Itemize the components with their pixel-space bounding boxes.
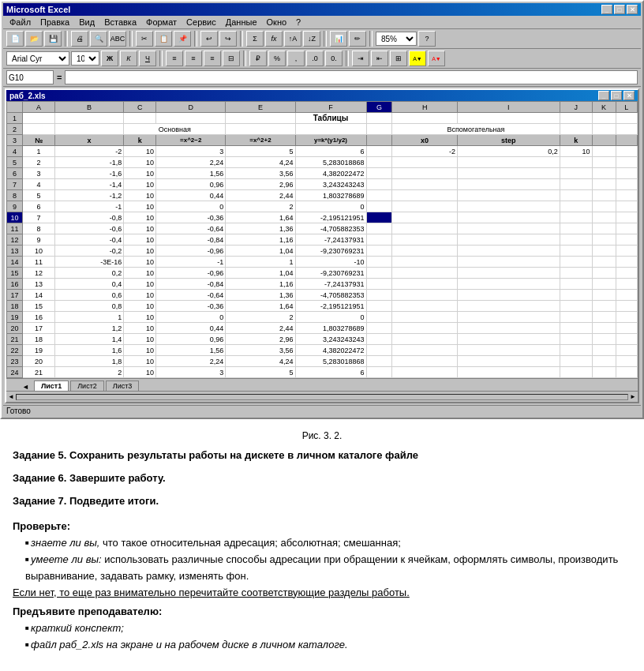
cell-d8[interactable]: 0,44: [156, 190, 226, 201]
cell-k7[interactable]: [592, 179, 616, 190]
cell-a1[interactable]: [23, 113, 55, 124]
cell-g18[interactable]: [366, 301, 392, 312]
increase-decimal-button[interactable]: .0: [306, 51, 324, 66]
cell-h6[interactable]: [392, 168, 458, 179]
cell-c19[interactable]: 10: [124, 312, 156, 323]
cell-a18[interactable]: 15: [23, 301, 55, 312]
decrease-decimal-button[interactable]: 0.: [325, 51, 343, 66]
cell-e8[interactable]: 2,44: [226, 190, 295, 201]
cell-b11[interactable]: -0,6: [54, 223, 123, 234]
cell-c24[interactable]: 10: [124, 367, 156, 378]
cell-e24[interactable]: 5: [226, 367, 295, 378]
autosum-button[interactable]: Σ: [246, 31, 264, 47]
cell-d16[interactable]: -0,84: [156, 279, 226, 290]
cell-a9[interactable]: 6: [23, 201, 55, 212]
paste-button[interactable]: 📌: [174, 31, 191, 47]
cell-e18[interactable]: 1,64: [226, 301, 295, 312]
cell-g15[interactable]: [366, 268, 392, 279]
cell-k19[interactable]: [592, 312, 616, 323]
cell-d15[interactable]: -0,96: [156, 268, 226, 279]
cell-j5[interactable]: [560, 157, 592, 168]
cell-l3[interactable]: [616, 135, 637, 146]
cell-d4[interactable]: 3: [156, 146, 226, 157]
cell-f9[interactable]: 0: [295, 201, 366, 212]
cell-i15[interactable]: [458, 268, 560, 279]
sheet-nav-prev[interactable]: ◄: [22, 383, 29, 391]
cell-g2[interactable]: [366, 124, 392, 135]
cell-f17[interactable]: -4,705882353: [295, 290, 366, 301]
sheet-tab-1[interactable]: Лист1: [34, 380, 69, 391]
cell-l24[interactable]: [616, 367, 637, 378]
cell-i3[interactable]: step: [458, 135, 560, 146]
cell-l14[interactable]: [616, 257, 637, 268]
help-btn[interactable]: ?: [418, 31, 436, 47]
cell-e10[interactable]: 1,64: [226, 212, 295, 223]
cell-c1[interactable]: [124, 113, 156, 124]
scroll-left[interactable]: ◄: [8, 393, 14, 400]
cell-k13[interactable]: [592, 246, 616, 257]
cell-j24[interactable]: [560, 367, 592, 378]
cell-e2[interactable]: [226, 124, 295, 135]
cell-k23[interactable]: [592, 356, 616, 367]
cell-j8[interactable]: [560, 190, 592, 201]
cell-f18[interactable]: -2,195121951: [295, 301, 366, 312]
cell-c13[interactable]: 10: [124, 246, 156, 257]
cell-j17[interactable]: [560, 290, 592, 301]
cell-j18[interactable]: [560, 301, 592, 312]
cell-d21[interactable]: 0,96: [156, 334, 226, 345]
cell-h20[interactable]: [392, 323, 458, 334]
cell-l15[interactable]: [616, 268, 637, 279]
sort-desc-button[interactable]: ↓Z: [303, 31, 320, 47]
cell-k16[interactable]: [592, 279, 616, 290]
cell-h24[interactable]: [392, 367, 458, 378]
cell-e23[interactable]: 4,24: [226, 356, 295, 367]
cell-c10[interactable]: 10: [124, 212, 156, 223]
cell-k14[interactable]: [592, 257, 616, 268]
cell-g13[interactable]: [366, 246, 392, 257]
cell-h23[interactable]: [392, 356, 458, 367]
cell-a14[interactable]: 11: [23, 257, 55, 268]
cell-a6[interactable]: 3: [23, 168, 55, 179]
cell-g10[interactable]: [366, 212, 392, 223]
cell-a17[interactable]: 14: [23, 290, 55, 301]
cell-c16[interactable]: 10: [124, 279, 156, 290]
cell-f7[interactable]: 3,243243243: [295, 179, 366, 190]
cell-k9[interactable]: [592, 201, 616, 212]
cell-h13[interactable]: [392, 246, 458, 257]
menu-help[interactable]: ?: [291, 17, 305, 28]
col-header-l[interactable]: L: [616, 102, 637, 113]
cell-j13[interactable]: [560, 246, 592, 257]
cell-a7[interactable]: 4: [23, 179, 55, 190]
zoom-select[interactable]: 85% 100%: [376, 32, 417, 46]
cell-c21[interactable]: 10: [124, 334, 156, 345]
col-header-b[interactable]: B: [54, 102, 123, 113]
cell-i18[interactable]: [458, 301, 560, 312]
cut-button[interactable]: ✂: [136, 31, 153, 47]
cell-e1[interactable]: [226, 113, 295, 124]
cell-g11[interactable]: [366, 223, 392, 234]
comma-button[interactable]: ,: [287, 51, 305, 66]
cell-h16[interactable]: [392, 279, 458, 290]
print-button[interactable]: 🖨: [71, 31, 88, 47]
cell-f3[interactable]: y=k*(y1/y2): [295, 135, 366, 146]
cell-b18[interactable]: 0,8: [54, 301, 123, 312]
cell-b12[interactable]: -0,4: [54, 234, 123, 246]
maximize-button[interactable]: □: [614, 5, 625, 14]
cell-f6[interactable]: 4,382022472: [295, 168, 366, 179]
cell-j20[interactable]: [560, 323, 592, 334]
cell-e6[interactable]: 3,56: [226, 168, 295, 179]
cell-f15[interactable]: -9,230769231: [295, 268, 366, 279]
cell-a8[interactable]: 5: [23, 190, 55, 201]
spell-button[interactable]: ABC: [109, 31, 126, 47]
cell-e5[interactable]: 4,24: [226, 157, 295, 168]
cell-k2[interactable]: [592, 124, 616, 135]
percent-button[interactable]: %: [268, 51, 286, 66]
cell-f22[interactable]: 4,382022472: [295, 345, 366, 356]
cell-d22[interactable]: 1,56: [156, 345, 226, 356]
cell-j10[interactable]: [560, 212, 592, 223]
indent-button[interactable]: ⇥: [352, 51, 369, 66]
cell-f5[interactable]: 5,283018868: [295, 157, 366, 168]
col-header-a[interactable]: A: [23, 102, 55, 113]
cell-f2[interactable]: [295, 124, 366, 135]
cell-a3[interactable]: №: [23, 135, 55, 146]
